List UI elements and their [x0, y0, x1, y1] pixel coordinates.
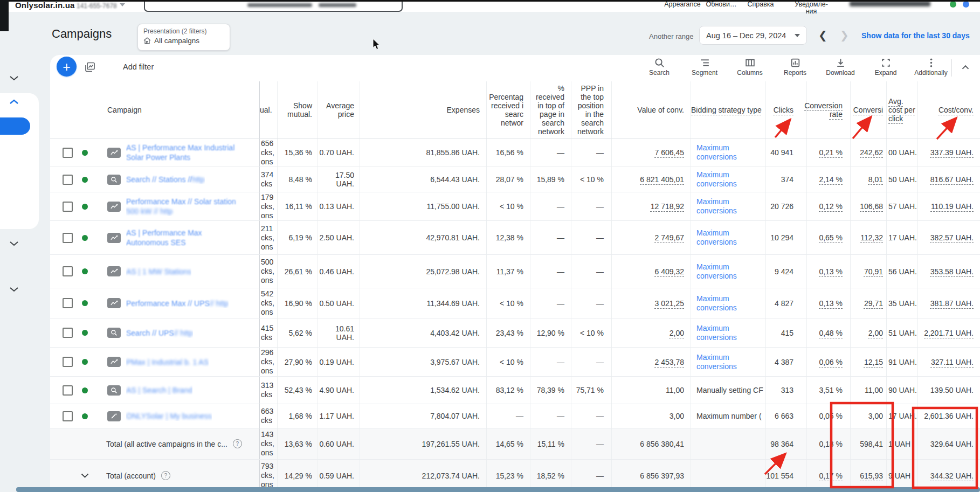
row-checkbox[interactable]	[63, 385, 73, 396]
cr-cell[interactable]: 0,21 %	[806, 138, 850, 167]
campaign-name-link[interactable]: AS | Search | Brand	[126, 385, 192, 395]
menu-appearance[interactable]: Appearance	[661, 1, 704, 8]
global-search-input[interactable]	[144, 0, 403, 12]
col-header-cr[interactable]: Conversion rate	[806, 81, 850, 138]
row-checkbox[interactable]	[63, 266, 73, 276]
col-header-sm[interactable]: Show mutual.	[277, 81, 318, 138]
add-filter-button[interactable]: Add filter	[123, 63, 154, 71]
cn-cell[interactable]: 106,68	[850, 192, 886, 220]
bid-cell[interactable]: Maximumconversions	[691, 192, 765, 220]
col-header-pt[interactable]: % received in top of page in search netw…	[530, 81, 571, 138]
col-header-cn[interactable]: Conversi	[850, 81, 886, 138]
bid-cell[interactable]: Maximum number (	[691, 404, 765, 428]
cv-cell[interactable]: 7 606,45	[611, 138, 691, 167]
status-avatar-green[interactable]	[950, 1, 956, 8]
bid-cell[interactable]: Maximumconversions	[691, 255, 765, 288]
cr-cell[interactable]: 0,12 %	[806, 192, 850, 220]
col-header-exp[interactable]: Expenses	[360, 81, 486, 138]
help-icon[interactable]: ?	[161, 471, 170, 480]
search-action[interactable]: Search	[643, 57, 676, 77]
show-last-30-days-link[interactable]: Show data for the last 30 days	[861, 31, 970, 40]
more-options-action[interactable]: Additionally	[914, 57, 948, 77]
bid-cell[interactable]: Maximumconversions	[691, 318, 765, 347]
filters-chip[interactable]: Presentation (2 filters) All campaigns	[137, 24, 230, 51]
date-prev-chevron[interactable]: ❮	[818, 29, 827, 41]
cr-cell[interactable]: 2,14 %	[806, 167, 850, 192]
date-range-picker[interactable]: Aug 16 – Dec 29, 2024	[699, 26, 807, 45]
cr-cell[interactable]: 0,06 %	[806, 348, 850, 376]
col-header-frag[interactable]: ual.	[259, 81, 277, 138]
col-header-ck[interactable]: Clicks	[765, 81, 806, 138]
cr-cell[interactable]: 0,13 %	[806, 255, 850, 288]
collapse-table-chevron-icon[interactable]	[960, 61, 971, 73]
row-checkbox[interactable]	[63, 411, 73, 421]
cr-cell[interactable]: 0,65 %	[806, 221, 850, 254]
col-header-cv[interactable]: Value of conv.	[611, 81, 691, 138]
account-caret-icon[interactable]	[120, 3, 125, 6]
col-header-bid[interactable]: Bidding strategy type	[691, 81, 765, 138]
cv-cell[interactable]: 2,00	[611, 318, 691, 347]
bid-cell[interactable]: Maximumconversions	[691, 288, 765, 318]
cc-cell[interactable]: 381.87 UAH.	[917, 288, 980, 318]
cc-cell[interactable]: 382.57 UAH.	[917, 221, 980, 254]
cv-cell[interactable]: 12 718,92	[611, 192, 691, 220]
cn-cell[interactable]: 2,00	[850, 318, 886, 347]
account-name[interactable]: Onlysolar.in.ua	[15, 1, 75, 10]
cn-cell[interactable]: 29,71	[850, 288, 886, 318]
download-action[interactable]: Download	[824, 57, 857, 77]
cc-cell[interactable]: 110.19 UAH.	[917, 192, 980, 220]
cv-cell[interactable]: 3 021,25	[611, 288, 691, 318]
col-header-campaign[interactable]: Campaign	[94, 81, 259, 138]
menu-notifications[interactable]: Уведомле- ния	[788, 1, 834, 15]
col-header-ap[interactable]: Average price	[318, 81, 360, 138]
cr-cell[interactable]: 0,48 %	[806, 318, 850, 347]
expand-total-chevron-icon[interactable]	[81, 473, 89, 478]
cn-cell[interactable]: 242,62	[850, 138, 886, 167]
row-checkbox[interactable]	[63, 298, 73, 308]
menu-help[interactable]: Справка	[742, 1, 779, 8]
columns-action[interactable]: Columns	[733, 57, 767, 77]
campaign-name-link[interactable]: AS | Performance Max Industrial Solar Po…	[126, 143, 237, 162]
cc-cell[interactable]: 353.58 UAH.	[917, 255, 980, 288]
bid-cell[interactable]: Maximumconversions	[691, 167, 765, 192]
row-checkbox[interactable]	[63, 233, 73, 243]
view-charts-button[interactable]	[84, 61, 96, 76]
cc-cell[interactable]: 327.11 UAH.	[917, 348, 980, 376]
campaign-name-link[interactable]: AS | Performance Max Autonomous SES	[126, 228, 237, 247]
campaign-name-link[interactable]: Performance Max // Solar station 500 kW …	[126, 197, 237, 216]
col-header-cc[interactable]: Cost/conv.	[917, 81, 980, 138]
bid-cell[interactable]: Maximumconversions	[691, 138, 765, 167]
cv-cell[interactable]: 6 821 405,01	[611, 167, 691, 192]
row-checkbox[interactable]	[63, 202, 73, 212]
row-checkbox[interactable]	[63, 357, 73, 367]
expand-action[interactable]: Expand	[869, 57, 902, 77]
campaign-name-link[interactable]: Performance Max // UPS // http	[126, 299, 229, 308]
segment-action[interactable]: Segment	[688, 57, 721, 77]
reports-action[interactable]: Reports	[778, 57, 812, 77]
campaign-name-link[interactable]: Search // UPS // http	[126, 328, 193, 338]
sidebar-section-chevron-icon[interactable]	[9, 287, 19, 292]
menu-update[interactable]: Обнови…	[701, 1, 742, 8]
sidebar-expand-up-chevron-icon[interactable]	[9, 99, 19, 105]
help-icon[interactable]: ?	[233, 439, 242, 448]
cv-cell[interactable]: 2 749,67	[611, 221, 691, 254]
col-header-cpc[interactable]: Avg. cost per click	[886, 81, 917, 138]
new-campaign-button[interactable]: +	[57, 57, 77, 77]
cc-cell[interactable]: 2,201.71 UAH.	[917, 318, 980, 347]
campaign-name-link[interactable]: Search // Stations // http	[126, 175, 205, 184]
campaign-name-link[interactable]: ONLYSolar | My business	[126, 411, 212, 421]
cc-cell[interactable]: 816.67 UAH.	[917, 167, 980, 192]
date-next-chevron[interactable]: ❯	[840, 29, 849, 41]
bid-cell[interactable]: Maximumconversions	[691, 221, 765, 254]
profile-avatar[interactable]	[963, 1, 969, 8]
cn-cell[interactable]: 12,15	[850, 348, 886, 376]
bid-cell[interactable]: Maximumconversions	[691, 348, 765, 376]
horizontal-scrollbar[interactable]	[16, 487, 980, 492]
bid-cell[interactable]: Manually setting CF	[691, 377, 765, 404]
row-checkbox[interactable]	[63, 175, 73, 185]
cn-cell[interactable]: 70,91	[850, 255, 886, 288]
campaign-name-link[interactable]: AS | 1 MW Stations	[126, 267, 191, 276]
cv-cell[interactable]: 2 453,78	[611, 348, 691, 376]
cn-cell[interactable]: 112,32	[850, 221, 886, 254]
col-header-ps[interactable]: Percentag received i searc networ	[486, 81, 530, 138]
